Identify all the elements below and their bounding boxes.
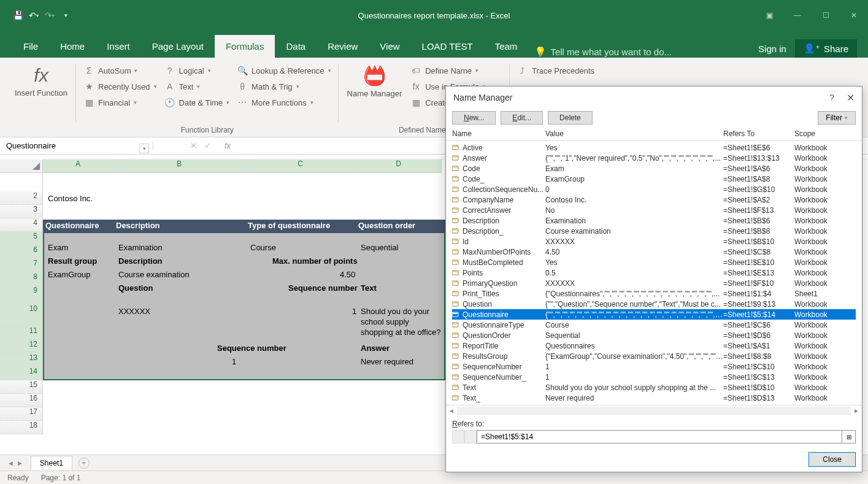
- name-box-dropdown-icon[interactable]: ▾: [139, 144, 149, 153]
- row-header[interactable]: 15: [0, 380, 43, 394]
- cell[interactable]: Questionnaire: [43, 220, 113, 233]
- sheet-nav[interactable]: ◄►: [0, 459, 31, 467]
- refers-to-input[interactable]: [477, 430, 842, 444]
- col-value[interactable]: Value: [545, 129, 723, 138]
- row-header[interactable]: 17: [0, 407, 43, 421]
- new-button[interactable]: New...: [452, 111, 496, 125]
- math-button[interactable]: θMath & Trig▾: [234, 79, 334, 94]
- cell[interactable]: Sequence number: [286, 282, 360, 294]
- tab-load-test[interactable]: LOAD TEST: [411, 35, 484, 58]
- trace-precedents-button[interactable]: ⤴Trace Precedents: [515, 63, 597, 79]
- financial-button[interactable]: ▦Financial▾: [81, 94, 159, 110]
- row-header[interactable]: 11: [0, 326, 43, 340]
- cell[interactable]: Max. number of points: [270, 255, 360, 267]
- scroll-right-icon[interactable]: ►: [853, 407, 859, 414]
- tell-me-search[interactable]: 💡 Tell me what you want to do...: [534, 46, 672, 58]
- autosum-button[interactable]: ΣAutoSum▾: [81, 63, 159, 79]
- row-header[interactable]: 7: [0, 259, 43, 272]
- save-icon[interactable]: 💾: [12, 10, 23, 21]
- add-sheet-icon[interactable]: +: [79, 458, 90, 469]
- name-row[interactable]: Id XXXXXX =Sheet1!$B$10 Workbook: [452, 236, 856, 247]
- name-manager-button[interactable]: 📛 Name Manager: [344, 63, 406, 134]
- ribbon-display-icon[interactable]: ▣: [755, 6, 783, 25]
- horizontal-scrollbar[interactable]: ◄ ►: [446, 405, 862, 416]
- tab-insert[interactable]: Insert: [96, 35, 141, 58]
- col-name[interactable]: Name: [452, 129, 545, 138]
- row-header[interactable]: 2: [0, 191, 43, 205]
- row-header[interactable]: 10: [0, 304, 43, 326]
- name-row[interactable]: CompanyName Contoso Inc. =Sheet1!$A$2 Wo…: [452, 194, 856, 205]
- cell[interactable]: Description: [116, 255, 165, 267]
- minimize-icon[interactable]: —: [783, 6, 812, 25]
- cell[interactable]: Exam: [45, 242, 71, 253]
- cell[interactable]: ExamGroup: [45, 269, 93, 280]
- row-header[interactable]: 4: [0, 218, 43, 232]
- tab-review[interactable]: Review: [317, 35, 369, 58]
- share-button[interactable]: 👤⁺ Share: [795, 39, 857, 58]
- name-row[interactable]: QuestionnaireType Course =Sheet1!$C$6 Wo…: [452, 320, 856, 330]
- delete-button[interactable]: Delete: [548, 111, 593, 125]
- tab-formulas[interactable]: Formulas: [215, 35, 275, 58]
- cell[interactable]: 1: [229, 356, 239, 367]
- name-row[interactable]: Print_Titles {"Questionnaires","","","",…: [452, 288, 856, 299]
- name-row[interactable]: SequenceNumber 1 =Sheet1!$C$10 Workbook: [452, 361, 856, 372]
- cancel-edit-icon[interactable]: [452, 430, 464, 444]
- scroll-left-icon[interactable]: ◄: [448, 407, 455, 414]
- tab-page-layout[interactable]: Page Layout: [141, 35, 215, 58]
- col-scope[interactable]: Scope: [794, 129, 856, 138]
- recently-used-button[interactable]: ★Recently Used▾: [81, 79, 159, 94]
- qat-customize-icon[interactable]: ▾: [60, 10, 71, 21]
- row-header[interactable]: 16: [0, 394, 43, 407]
- name-row[interactable]: CorrectAnswer No =Sheet1!$F$13 Workbook: [452, 205, 856, 215]
- name-row[interactable]: Text_ Never required =Sheet1!$D$13 Workb…: [452, 393, 856, 403]
- tab-home[interactable]: Home: [49, 35, 96, 58]
- cell-grid[interactable]: Contoso Inc. Questionnaire Description T…: [43, 173, 445, 437]
- text-button[interactable]: AText▾: [162, 79, 232, 94]
- name-row[interactable]: QuestionOrder Sequential =Sheet1!$D$6 Wo…: [452, 330, 856, 340]
- close-button[interactable]: Close: [808, 452, 856, 467]
- name-row[interactable]: Points 0.5 =Sheet1!$E$13 Workbook: [452, 267, 856, 278]
- filter-button[interactable]: Filter▾: [818, 111, 856, 125]
- name-row[interactable]: Description_ Course examination =Sheet1!…: [452, 226, 856, 236]
- dialog-close-icon[interactable]: ✕: [847, 92, 855, 104]
- row-header[interactable]: 12: [0, 340, 43, 353]
- edit-button[interactable]: Edit...: [501, 111, 543, 125]
- cell[interactable]: Should you do your school supply shoppin…: [358, 305, 444, 339]
- cell[interactable]: Examination: [116, 242, 165, 253]
- cell[interactable]: Text: [358, 282, 379, 294]
- col-header-c[interactable]: C: [245, 159, 356, 173]
- col-header-b[interactable]: B: [113, 159, 245, 173]
- help-icon[interactable]: ?: [829, 93, 834, 102]
- insert-function-button[interactable]: fx Insert Function: [11, 63, 71, 101]
- sign-in-link[interactable]: Sign in: [758, 44, 786, 54]
- cell[interactable]: Type of questionnaire: [245, 220, 356, 233]
- more-functions-button[interactable]: ⋯More Functions▾: [234, 94, 334, 110]
- name-row[interactable]: SequenceNumber_ 1 =Sheet1!$C$13 Workbook: [452, 372, 856, 382]
- close-icon[interactable]: ✕: [840, 6, 868, 25]
- cell[interactable]: Result group: [45, 255, 99, 267]
- name-list[interactable]: Active Yes =Sheet1!$E$6 Workbook Answer …: [446, 141, 862, 405]
- col-refers[interactable]: Refers To: [723, 129, 794, 138]
- cell[interactable]: Course: [248, 242, 278, 253]
- cell[interactable]: Question: [116, 282, 155, 294]
- name-row[interactable]: Active Yes =Sheet1!$E$6 Workbook: [452, 142, 856, 153]
- maximize-icon[interactable]: ☐: [812, 6, 840, 25]
- fx-icon[interactable]: fx: [225, 141, 231, 150]
- cell[interactable]: 1: [350, 305, 359, 317]
- cell[interactable]: Sequence number: [215, 342, 289, 354]
- row-header[interactable]: 3: [0, 205, 43, 218]
- prev-sheet-icon[interactable]: ◄: [7, 459, 14, 467]
- cell[interactable]: Never required: [358, 356, 416, 367]
- lookup-button[interactable]: 🔍Lookup & Reference▾: [234, 63, 334, 79]
- range-picker-icon[interactable]: ⊞: [842, 430, 856, 444]
- row-header[interactable]: 8: [0, 272, 43, 286]
- col-header-d[interactable]: D: [356, 159, 442, 173]
- name-row[interactable]: Question {"","Question","Sequence number…: [452, 299, 856, 309]
- dialog-column-headers[interactable]: Name Value Refers To Scope: [446, 127, 862, 141]
- logical-button[interactable]: ?Logical▾: [162, 63, 232, 79]
- cell[interactable]: Course examination: [116, 269, 192, 280]
- cell[interactable]: Contoso Inc.: [45, 193, 95, 204]
- accept-edit-icon[interactable]: [464, 430, 477, 444]
- name-row[interactable]: ResultsGroup {"ExamGroup","Course examin…: [452, 351, 856, 361]
- tab-file[interactable]: File: [12, 35, 49, 58]
